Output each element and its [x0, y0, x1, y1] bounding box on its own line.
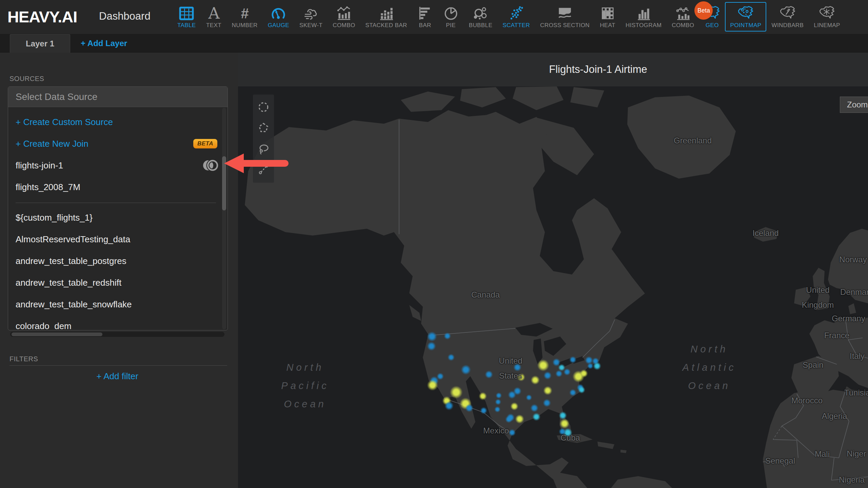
- data-point: [593, 362, 601, 370]
- chart-type-table[interactable]: TABLE: [172, 2, 201, 32]
- chart-type-label: POINTMAP: [730, 22, 761, 29]
- source-item-label: flights_2008_7M: [16, 182, 80, 192]
- sources-sidebar: SOURCES Select Data Source + Create Cust…: [0, 53, 238, 488]
- chart-type-label: SCATTER: [502, 22, 530, 29]
- source-item[interactable]: flights_2008_7M: [8, 176, 228, 198]
- stacked-bar-icon: [378, 5, 394, 21]
- polygon-select-icon: [257, 122, 270, 135]
- chart-type-label: GAUGE: [268, 22, 289, 29]
- measure-line-icon: [257, 163, 270, 177]
- select-data-source-dropdown[interactable]: Select Data Source: [8, 87, 228, 107]
- chart-type-label: STACKED BAR: [366, 22, 407, 29]
- chart-type-bubble[interactable]: BUBBLE: [464, 2, 498, 32]
- data-point: [496, 392, 502, 399]
- vertical-scrollbar-thumb[interactable]: [222, 156, 226, 210]
- lasso-select-icon: [257, 142, 270, 156]
- beta-badge: BETA: [193, 139, 217, 148]
- chart-type-linemap[interactable]: LINEMAP: [809, 2, 845, 32]
- chart-type-windbarb[interactable]: WINDBARB: [766, 2, 809, 32]
- chart-type-label: GEO: [706, 22, 719, 29]
- data-point: [555, 370, 563, 377]
- source-item[interactable]: colorado_dem: [8, 315, 228, 330]
- add-layer-button[interactable]: + Add Layer: [81, 34, 127, 53]
- chart-type-cross-section[interactable]: CROSS SECTION: [535, 2, 595, 32]
- map-country-label: Senegal: [765, 453, 795, 468]
- combo2-icon: [675, 5, 691, 21]
- zoom-button[interactable]: Zoom: [840, 97, 868, 113]
- linemap-icon: [819, 5, 835, 21]
- map-ocean-label: NorthPacificOcean: [281, 358, 329, 413]
- data-point: [532, 413, 540, 421]
- source-action[interactable]: + Create New JoinBETA: [8, 133, 228, 155]
- source-item-label: colorado_dem: [16, 321, 72, 330]
- vertical-scrollbar-track[interactable]: [222, 108, 226, 329]
- map-country-label: Niger: [847, 446, 866, 461]
- chart-type-stacked-bar[interactable]: STACKED BAR: [360, 2, 412, 32]
- chart-type-gauge[interactable]: GAUGE: [263, 2, 294, 32]
- data-point: [427, 380, 438, 391]
- chart-type-scatter[interactable]: SCATTER: [497, 2, 535, 32]
- chart-type-label: NUMBER: [232, 22, 258, 29]
- data-point: [427, 342, 436, 351]
- data-point: [587, 363, 593, 369]
- chart-title: Flights-Join-1 Airtime: [549, 63, 647, 76]
- map-canvas[interactable]: GreenlandIcelandCanadaUnitedStatesMexico…: [238, 86, 868, 488]
- chart-type-number[interactable]: #NUMBER: [227, 2, 263, 32]
- map-country-label: Cuba: [560, 430, 580, 445]
- filters-divider: [9, 365, 227, 366]
- source-action[interactable]: + Create Custom Source: [8, 111, 228, 133]
- join-venn-icon[interactable]: [202, 159, 219, 172]
- data-point: [569, 389, 576, 396]
- tab-layer-1[interactable]: Layer 1: [10, 34, 70, 53]
- chart-type-histogram[interactable]: HISTOGRAM: [620, 2, 667, 32]
- data-source-list: + Create Custom Source+ Create New JoinB…: [8, 107, 228, 330]
- chart-type-geo[interactable]: GEOBeta: [699, 2, 725, 32]
- heavyai-logo: HEAVY.AI: [7, 7, 77, 26]
- chart-type-combo[interactable]: COMBO: [667, 2, 699, 32]
- circle-select-button[interactable]: [253, 97, 274, 118]
- map-country-label: UnitedKingdom: [802, 283, 834, 312]
- data-point: [485, 370, 493, 379]
- chart-type-bar[interactable]: BAR: [412, 2, 438, 32]
- map-country-label: Morocco: [791, 393, 823, 408]
- pointmap-chart-panel: Flights-Join-1 Airtime GreenlandIcelandC…: [238, 53, 868, 488]
- map-country-label: Iceland: [752, 226, 778, 241]
- lasso-select-button[interactable]: [253, 139, 274, 159]
- map-country-label: Mali: [815, 447, 830, 462]
- horizontal-scrollbar-track[interactable]: [10, 332, 224, 337]
- chart-type-label: WINDBARB: [771, 22, 804, 29]
- horizontal-scrollbar-thumb[interactable]: [12, 332, 102, 336]
- table-icon: [179, 5, 194, 21]
- data-point: [530, 404, 538, 412]
- source-item[interactable]: andrew_test_table_redshift: [8, 272, 228, 293]
- map-country-label: Nigeria: [839, 472, 865, 487]
- chart-type-text[interactable]: ATEXT: [201, 2, 227, 32]
- add-filter-button[interactable]: + Add filter: [96, 371, 138, 382]
- svg-text:#: #: [241, 5, 249, 21]
- source-item[interactable]: AlmostReservedTesting_data: [8, 228, 228, 250]
- polygon-select-button[interactable]: [253, 118, 274, 139]
- chart-type-label: LINEMAP: [814, 22, 840, 29]
- data-point: [513, 387, 521, 395]
- chart-type-heat[interactable]: HEAT: [595, 2, 620, 32]
- source-item[interactable]: andrew_test_table_postgres: [8, 250, 228, 272]
- chart-type-combo[interactable]: COMBO: [328, 2, 360, 32]
- data-point: [564, 368, 571, 375]
- data-point: [505, 416, 512, 423]
- data-point: [448, 354, 455, 361]
- source-item[interactable]: flights-join-1: [8, 155, 228, 176]
- source-item[interactable]: ${custom_flights_1}: [8, 207, 228, 228]
- source-item[interactable]: andrew_test_table_snowflake: [8, 293, 228, 315]
- chart-type-label: SKEW-T: [299, 22, 322, 29]
- map-ocean-label: NorthAtlanticOcean: [682, 340, 736, 395]
- map-country-label: France: [824, 328, 850, 343]
- data-point: [559, 419, 570, 429]
- chart-type-skew-t[interactable]: SKEW-T: [294, 2, 328, 32]
- chart-type-pointmap[interactable]: POINTMAP: [725, 2, 766, 32]
- data-point: [495, 399, 501, 405]
- bar-icon: [417, 5, 433, 21]
- chart-type-pie[interactable]: PIE: [438, 2, 464, 32]
- measure-line-button[interactable]: [253, 159, 274, 180]
- chart-type-label: HISTOGRAM: [626, 22, 662, 29]
- source-item-label: flights-join-1: [16, 160, 63, 171]
